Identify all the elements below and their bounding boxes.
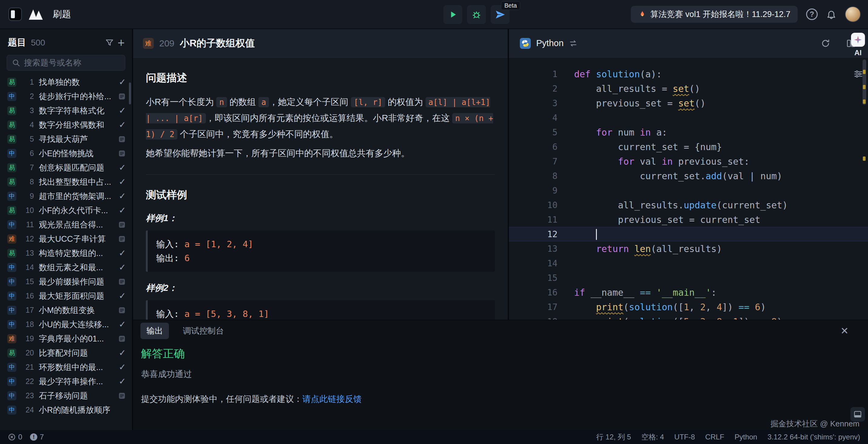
statusbar-item[interactable]: UTF-8 <box>674 433 695 441</box>
problem-list-item[interactable]: 中 14 数组元素之和最... ✓ <box>0 260 132 275</box>
problem-list-item[interactable]: 中 11 观光景点组合得... ✓ <box>0 217 132 232</box>
contest-banner[interactable]: 算法竞赛 vol1 开始报名啦！11.29-12.7 <box>631 6 798 23</box>
text-run: 个子区间中，究竟有多少种不同的权值。 <box>178 129 338 139</box>
difficulty-badge: 难 <box>143 38 154 49</box>
line-number: 7 <box>509 157 574 166</box>
sample-label: 样例1： <box>146 212 495 224</box>
code-line[interactable]: 1def solution(a): <box>509 67 868 81</box>
sidebar-toggle-icon[interactable] <box>8 8 22 21</box>
code-line[interactable]: 17 print(solution([1, 2, 4]) == 6) <box>509 299 868 314</box>
text-cursor <box>596 229 597 240</box>
filter-button[interactable] <box>105 38 114 47</box>
problem-list-item[interactable]: 易 4 数字分组求偶数和 ✓ <box>0 118 132 132</box>
line-number: 6 <box>509 142 574 152</box>
problem-number: 2 <box>20 92 34 101</box>
add-problem-button[interactable]: + <box>118 38 125 47</box>
run-button[interactable] <box>443 5 462 24</box>
nav-label[interactable]: 刷题 <box>53 8 71 21</box>
difficulty-badge: 易 <box>7 206 17 215</box>
code-line[interactable]: 15 <box>509 271 868 285</box>
problem-list-item[interactable]: 中 22 最少字符串操作... ✓ <box>0 374 132 388</box>
difficulty-badge: 中 <box>7 391 17 400</box>
problem-list-item[interactable]: 中 2 徒步旅行中的补给... ✓ <box>0 89 132 103</box>
errors-indicator[interactable]: 0 <box>8 433 22 441</box>
search-input[interactable] <box>24 58 131 68</box>
avatar[interactable] <box>845 6 861 22</box>
problem-number: 11 <box>20 220 34 229</box>
problem-list-item[interactable]: 易 13 构造特定数组的... ✓ <box>0 246 132 260</box>
warnings-indicator[interactable]: ! 7 <box>30 433 44 441</box>
problem-list-item[interactable]: 难 19 字典序最小的01... ✓ <box>0 331 132 346</box>
problem-list-item[interactable]: 易 8 找出整型数组中占... ✓ <box>0 175 132 189</box>
difficulty-badge: 难 <box>7 334 17 343</box>
close-icon[interactable]: ✕ <box>840 325 848 337</box>
statusbar-item[interactable]: 3.12.2 64-bit ('shims': pyenv) <box>768 433 860 441</box>
problem-list-item[interactable]: 中 9 超市里的货物架调... ✓ <box>0 189 132 203</box>
problem-list-item[interactable]: 易 5 寻找最大葫芦 ✓ <box>0 132 132 146</box>
problem-list-item[interactable]: 易 20 比赛配对问题 ✓ <box>0 346 132 360</box>
problem-number: 20 <box>20 348 34 357</box>
difficulty-badge: 易 <box>7 120 17 129</box>
notifications-button[interactable] <box>826 9 836 20</box>
code-line[interactable]: 11 previous_set = current_set <box>509 212 868 227</box>
problem-number: 22 <box>20 377 34 386</box>
problem-list-item[interactable]: 中 16 最大矩形面积问题 ✓ <box>0 289 132 303</box>
feedback-link[interactable]: 请点此链接反馈 <box>302 394 362 404</box>
code-line[interactable]: 8 current_set.add(val | num) <box>509 169 868 183</box>
statusbar-item[interactable]: 空格: 4 <box>642 432 664 442</box>
ai-assistant-button[interactable] <box>851 33 865 47</box>
swap-arrows-icon <box>569 39 578 47</box>
code-line[interactable]: 2 all_results = set() <box>509 81 868 96</box>
language-switch-button[interactable] <box>569 39 578 47</box>
debug-button[interactable] <box>467 5 486 24</box>
statusbar-item[interactable]: CRLF <box>705 433 724 441</box>
problem-status: ✓ <box>117 221 126 229</box>
problem-list-item[interactable]: 中 17 小M的数组变换 ✓ <box>0 303 132 317</box>
code-line[interactable]: 6 current_set = {num} <box>509 139 868 154</box>
problem-list-item[interactable]: 中 24 小R的随机播放顺序 ✓ <box>0 403 132 417</box>
search-box <box>7 55 125 71</box>
code-line[interactable]: 7 for val in previous_set: <box>509 154 868 169</box>
problem-list-item[interactable]: 中 6 小E的怪物挑战 ✓ <box>0 146 132 160</box>
code-line[interactable]: 9 <box>509 183 868 198</box>
code-line[interactable]: 3 previous_set = set() <box>509 96 868 110</box>
problem-list-item[interactable]: 易 7 创意标题匹配问题 ✓ <box>0 160 132 175</box>
code-editor[interactable]: 1def solution(a):2 all_results = set()3 … <box>509 58 868 320</box>
bug-icon <box>471 9 482 20</box>
difficulty-badge: 易 <box>7 135 17 144</box>
problem-list-item[interactable]: 中 23 石子移动问题 ✓ <box>0 388 132 403</box>
problem-list-item[interactable]: 易 1 找单独的数 ✓ <box>0 75 132 89</box>
statusbar-item[interactable]: Python <box>735 433 757 441</box>
code-line[interactable]: 13 return len(all_results) <box>509 242 868 256</box>
tab-debug-console[interactable]: 调试控制台 <box>177 323 230 339</box>
problem-list-item[interactable]: 难 12 最大UCC子串计算 ✓ <box>0 232 132 246</box>
code-line[interactable]: 4 <box>509 110 868 125</box>
tab-output[interactable]: 输出 <box>141 323 169 339</box>
text-run: 小R有一个长度为 <box>146 97 216 107</box>
problem-list-item[interactable]: 中 21 环形数组中的最... ✓ <box>0 360 132 374</box>
text-run: ，她定义每个子区间 <box>269 97 350 107</box>
line-number: 13 <box>509 244 574 254</box>
help-button[interactable]: ? <box>806 8 818 20</box>
line-number: 2 <box>509 84 574 94</box>
sparkle-icon <box>854 35 863 44</box>
problem-description: 小R有一个长度为 n 的数组 a，她定义每个子区间 [l, r] 的权值为 a[… <box>146 94 495 142</box>
code-line[interactable]: 5 for num in a: <box>509 125 868 139</box>
code-line[interactable]: 14 <box>509 256 868 271</box>
sidebar-scrollbar[interactable] <box>129 83 131 104</box>
code-line[interactable]: 10 all_results.update(current_set) <box>509 198 868 212</box>
problem-number: 15 <box>20 277 34 286</box>
editor-scrollbar[interactable] <box>863 59 866 105</box>
problem-list-item[interactable]: 易 3 数字字符串格式化 ✓ <box>0 103 132 118</box>
statusbar-item[interactable]: 行 12, 列 5 <box>596 432 631 442</box>
problem-list-item[interactable]: 易 10 小F的永久代币卡... ✓ <box>0 203 132 217</box>
problem-list-item[interactable]: 中 15 最少前缀操作问题 ✓ <box>0 275 132 289</box>
ai-label: AI <box>851 49 865 57</box>
code-line[interactable]: 18 print(solution([5, 3, 8, 1]) == 8) <box>509 314 868 320</box>
code-line[interactable]: 12 <box>509 227 868 242</box>
code-line[interactable]: 16if __name__ == '__main__': <box>509 285 868 299</box>
reset-code-button[interactable] <box>821 38 830 48</box>
toggle-bottom-panel-button[interactable] <box>850 407 865 421</box>
tools-button[interactable] <box>853 68 864 80</box>
problem-list-item[interactable]: 中 18 小U的最大连续移... ✓ <box>0 317 132 331</box>
